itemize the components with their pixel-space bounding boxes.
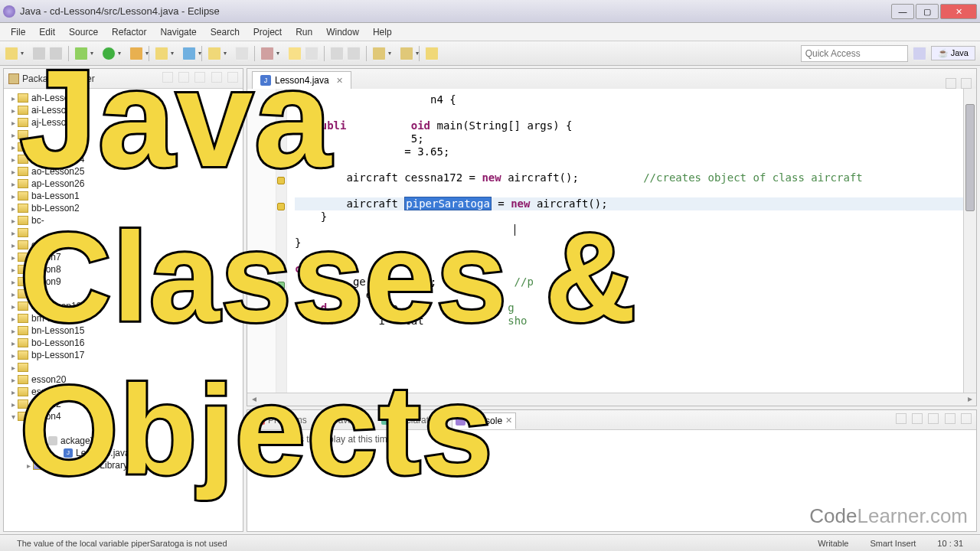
minimize-view-icon[interactable] (211, 72, 222, 83)
code-editor[interactable]: pu n4 { ubli oid main(String[] args) { 5… (287, 89, 963, 393)
collapse-all-icon[interactable] (178, 72, 189, 83)
save-all-icon[interactable] (49, 47, 63, 60)
warning-marker-icon[interactable] (277, 177, 285, 184)
link-editor-icon[interactable] (162, 72, 173, 83)
menu-window[interactable]: Window (320, 24, 365, 40)
tree-item[interactable]: ▸JRE System Library [JavaSE-1.7] (5, 459, 241, 471)
tree-item[interactable]: ▸ba-Lesson1 (5, 190, 241, 202)
vertical-scrollbar[interactable] (963, 89, 976, 393)
javadoc-icon (321, 415, 331, 425)
tab-javadoc[interactable]: Javadoc (318, 412, 371, 428)
forward-icon[interactable] (400, 47, 413, 60)
tree-item[interactable]: ▸esson20 (5, 373, 241, 386)
tree-item[interactable]: ▸esson9 (5, 276, 241, 288)
tree-item[interactable]: ▸esson8 (5, 263, 241, 276)
toggle-mark-icon[interactable] (260, 47, 274, 60)
run-icon[interactable] (102, 47, 116, 60)
tree-item[interactable]: ▸esson6 (5, 239, 241, 251)
new-package-icon[interactable] (155, 47, 168, 60)
save-icon[interactable] (32, 47, 46, 60)
close-tab-icon[interactable]: ✕ (336, 76, 343, 86)
console-max-icon[interactable] (961, 413, 972, 424)
menu-run[interactable]: Run (289, 24, 318, 40)
menu-search[interactable]: Search (204, 24, 246, 40)
maximize-view-icon[interactable] (227, 72, 238, 83)
menu-edit[interactable]: Edit (33, 24, 61, 40)
new-class-icon[interactable] (182, 47, 196, 60)
menu-navigate[interactable]: Navigate (154, 24, 202, 40)
view-menu-icon[interactable] (194, 72, 205, 83)
tree-item[interactable]: ▸bn-Lesson15 (5, 324, 241, 337)
package-explorer-title: Package Explorer (22, 73, 95, 84)
tree-item[interactable]: ▾ackage) (5, 435, 241, 447)
status-writable: Writable (807, 539, 859, 548)
annotation-ruler (276, 89, 287, 393)
debug-icon[interactable] (74, 47, 88, 60)
editor-minimize-icon[interactable] (946, 78, 956, 89)
display-console-icon[interactable] (912, 413, 923, 424)
tree-item[interactable]: ▸ (5, 288, 241, 300)
pin-console-icon[interactable] (896, 413, 906, 424)
tree-item[interactable]: ▸ (5, 227, 241, 239)
tree-item[interactable]: ▸ah-Lesson (5, 92, 241, 104)
tree-item[interactable]: ▸an-Lesson24 (5, 153, 241, 165)
tree-item[interactable]: ▸esson1 (5, 386, 241, 398)
close-button[interactable]: ✕ (940, 4, 977, 19)
maximize-button[interactable]: ▢ (916, 4, 939, 19)
pin-icon[interactable] (347, 47, 361, 60)
tree-item[interactable]: ▸bo-Lesson16 (5, 337, 241, 349)
tab-declaration[interactable]: Declaration (378, 412, 444, 428)
warning-marker-icon[interactable] (277, 203, 285, 210)
tree-item[interactable]: ▸bb-Lesson2 (5, 202, 241, 214)
prev-annot-icon[interactable] (425, 47, 439, 60)
back-icon[interactable] (372, 47, 386, 60)
tree-item[interactable]: ▾esson4 (5, 410, 241, 422)
tree-item[interactable]: ▸bl-Lesson13 (5, 300, 241, 312)
console-min-icon[interactable] (945, 413, 956, 424)
minimize-button[interactable]: — (891, 4, 914, 19)
tab-console[interactable]: Console ✕ (452, 412, 516, 429)
tab-problems[interactable]: Problems (252, 412, 310, 428)
menu-help[interactable]: Help (367, 24, 398, 40)
tree-item[interactable]: ▸ap-Lesson26 (5, 178, 241, 190)
tree-item[interactable]: ▸ao-Lesson25 (5, 165, 241, 178)
package-explorer-panel: Package Explorer ▸ah-Lesson▸ai-Lesson▸aj… (3, 68, 243, 532)
info-marker-icon[interactable] (277, 282, 285, 289)
tree-item[interactable]: ▸esson7 (5, 251, 241, 263)
statusbar: The value of the local variable piperSar… (0, 534, 980, 551)
info-marker-icon[interactable] (277, 306, 285, 314)
scroll-thumb[interactable] (965, 104, 975, 211)
open-perspective-icon[interactable] (913, 47, 926, 60)
tree-item[interactable]: ▸aj-Lesson (5, 116, 241, 129)
declaration-icon (381, 415, 391, 425)
menu-file[interactable]: File (5, 24, 31, 40)
menu-refactor[interactable]: Refactor (106, 24, 152, 40)
tree-item[interactable]: ▸ (5, 129, 241, 141)
java-perspective-button[interactable]: ☕ Java (931, 46, 975, 60)
block-select-icon[interactable] (305, 47, 318, 60)
tree-item[interactable]: JLesson4.java (5, 447, 241, 459)
project-tree[interactable]: ▸ah-Lesson▸ai-Lesson▸aj-Lesson▸▸▸an-Less… (4, 89, 243, 531)
menu-project[interactable]: Project (247, 24, 288, 40)
tree-item[interactable]: ▸ (5, 141, 241, 153)
tree-item[interactable]: ▸esson2 (5, 398, 241, 410)
menu-source[interactable]: Source (63, 24, 104, 40)
tree-item[interactable]: ▸bp-Lesson17 (5, 349, 241, 361)
quick-access-input[interactable] (801, 45, 908, 62)
tree-item[interactable]: ▸ (5, 361, 241, 373)
info-marker-icon[interactable] (277, 294, 285, 302)
tree-item[interactable]: ▸ai-Lesson (5, 104, 241, 116)
editor-tab-lesson4[interactable]: J Lesson4.java ✕ (252, 71, 351, 89)
highlight-icon[interactable] (288, 47, 302, 60)
new-wizard-icon[interactable] (5, 47, 18, 60)
tree-item[interactable]: ▸bc- (5, 214, 241, 227)
tree-item[interactable]: ▸bm-Lesson14 (5, 312, 241, 324)
tree-item[interactable]: ▾ (5, 422, 241, 435)
horizontal-scrollbar[interactable]: ◂▸ (247, 393, 976, 406)
editor-maximize-icon[interactable] (961, 78, 972, 89)
open-console-icon[interactable] (928, 413, 939, 424)
open-type-icon[interactable] (207, 47, 221, 60)
show-whitespace-icon[interactable] (330, 47, 344, 60)
search-icon[interactable] (235, 47, 249, 60)
run-last-icon[interactable] (129, 47, 143, 60)
